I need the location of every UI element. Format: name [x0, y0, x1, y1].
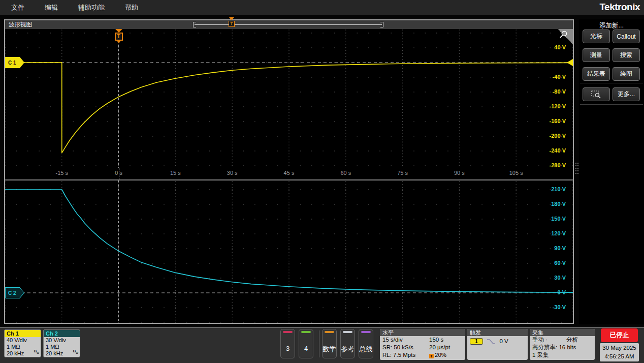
minimap-right-bracket — [380, 22, 383, 27]
plot-button[interactable]: 绘图 — [613, 67, 640, 81]
menu-item-help[interactable]: 帮助 — [125, 3, 138, 12]
trigger-top-arrow-icon — [115, 29, 122, 33]
horizontal-panel[interactable]: 水平 15 s/div150 sSR: 50 kS/s20 µs/ptRL: 7… — [380, 329, 465, 360]
waveform-view-titlebar: 波形视图 T — [5, 20, 573, 29]
sidebar-divider — [580, 104, 643, 105]
ch2-waveform-plot — [5, 180, 573, 323]
ch2-badge-body: 30 V/div 1 MΩ 20 kHz Bw — [44, 337, 80, 357]
run-stop-button[interactable]: 已停止 — [601, 328, 638, 342]
splitter-dot — [577, 170, 578, 171]
horizontal-value-right: 150 s — [429, 336, 443, 344]
acquisition-count: 1 采集 — [530, 351, 595, 359]
y-axis-label: 60 V — [554, 260, 566, 266]
results-table-button[interactable]: 结果表 — [583, 67, 610, 81]
add-new-sidebar: 添加新... 光标Callout测量搜索结果表绘图 更多... — [579, 19, 644, 324]
button-label: 参考 — [341, 345, 355, 354]
time-axis-label: 30 s — [227, 170, 238, 176]
y-axis-label: -200 V — [550, 133, 566, 139]
sidebar-title: 添加新... — [579, 21, 644, 30]
measure-button[interactable]: 测量 — [583, 48, 610, 62]
y-axis-label: -120 V — [550, 103, 566, 109]
acquisition-panel-title: 采集 — [530, 329, 595, 336]
splitter-dot — [577, 173, 578, 174]
horizontal-value-right: T20% — [429, 351, 446, 359]
more-button[interactable]: 更多... — [613, 87, 640, 101]
falling-edge-icon — [487, 339, 496, 345]
trigger-panel-title: 触发 — [467, 329, 528, 336]
button-group-separator — [319, 330, 319, 357]
bandwidth-limit-icon: Bw — [34, 348, 39, 356]
time-text: 4:56:25 AM — [600, 352, 639, 361]
acquisition-mode: 手动 · — [532, 337, 548, 343]
sidebar-divider — [580, 83, 643, 83]
c1-badge-label: C 1 — [8, 60, 16, 66]
reference-button[interactable]: 参考 — [340, 329, 355, 358]
trigger-line-segment — [119, 168, 119, 179]
channel-3-button[interactable]: 3 — [280, 329, 295, 358]
y-axis-label: 40 V — [554, 44, 566, 50]
trigger-t-icon: T — [229, 21, 235, 27]
trigger-panel[interactable]: 触发 1 0 V — [467, 329, 528, 360]
time-axis-label: 45 s — [284, 170, 295, 176]
tektronix-logo: Tektronix — [599, 2, 640, 13]
horizontal-position-minimap[interactable]: T — [193, 22, 383, 27]
menu-item-file[interactable]: 文件 — [11, 3, 24, 12]
y-axis-label: -30 V — [553, 304, 566, 310]
time-axis-strip: -15 s0 s15 s30 s45 s60 s75 s90 s105 s — [5, 168, 573, 180]
cursor-button[interactable]: 光标 — [583, 29, 610, 43]
y-axis-label: -160 V — [550, 118, 566, 124]
menu-item-utility[interactable]: 辅助功能 — [78, 3, 105, 12]
y-axis-label: 180 V — [551, 201, 566, 207]
search-button[interactable]: 搜索 — [613, 48, 640, 62]
minimap-record-line — [195, 24, 382, 25]
splitter-dot — [575, 173, 576, 174]
button-label: 总线 — [359, 345, 373, 354]
zoom-corner-button[interactable] — [558, 29, 573, 44]
oscilloscope-screen: 文件 编辑 辅助功能 帮助 Tektronix 波形视图 T 40 V-40 V… — [0, 0, 644, 363]
minimap-trigger-marker[interactable]: T — [229, 17, 235, 28]
callout-button[interactable]: Callout — [613, 29, 640, 43]
zoom-select-button[interactable] — [583, 87, 610, 101]
channel-4-button[interactable]: 4 — [299, 329, 313, 358]
zoom-select-icon — [591, 90, 602, 99]
y-axis-label: -40 V — [553, 74, 566, 80]
y-axis-label: 210 V — [551, 186, 566, 192]
button-label: 4 — [299, 345, 313, 352]
acquisition-panel[interactable]: 采集 手动 · 分析 高分辨率: 16 bits 1 采集 — [530, 329, 595, 360]
y-axis-label: 150 V — [551, 216, 566, 222]
trigger-level-arrow-icon[interactable] — [567, 59, 573, 66]
channel-color-strip — [361, 331, 371, 333]
button-label: 数学 — [323, 345, 336, 354]
math-button[interactable]: 数学 — [322, 329, 337, 358]
waveform-view-window: 波形视图 T 40 V-40 V-80 V-120 V-160 V-200 V-… — [4, 19, 574, 324]
y-axis-label: 120 V — [551, 230, 566, 236]
channel-color-strip — [343, 331, 352, 333]
ch2-badge-header: Ch 2 — [44, 330, 80, 337]
acquisition-resolution: 高分辨率: 16 bits — [530, 344, 595, 351]
channel-badge-c2[interactable]: C 2 — [5, 287, 24, 298]
time-axis-label: 60 s — [340, 170, 351, 176]
acquisition-analyze: 分析 — [566, 336, 578, 344]
y-axis-label: -280 V — [550, 162, 566, 168]
graticule-channel2[interactable]: 210 V180 V150 V120 V90 V60 V30 V0 V-30 V… — [5, 180, 573, 323]
y-axis-label: -240 V — [550, 147, 566, 154]
channel-color-strip — [283, 331, 293, 333]
ch2-settings-badge[interactable]: Ch 2 30 V/div 1 MΩ 20 kHz Bw — [43, 329, 80, 357]
splitter-dot — [577, 168, 578, 169]
button-label: 3 — [281, 345, 295, 352]
menu-bar: 文件 编辑 辅助功能 帮助 Tektronix — [0, 0, 644, 15]
waveform-view-title: 波形视图 — [9, 21, 32, 27]
horizontal-value-left: SR: 50 kS/s — [382, 344, 413, 350]
splitter-dot — [575, 163, 576, 164]
channel-badge-c1[interactable]: C 1 — [5, 57, 24, 68]
y-axis-label: 90 V — [554, 245, 566, 251]
horizontal-row: 15 s/div150 s — [380, 336, 465, 344]
trigger-flag-tail-icon — [117, 41, 121, 43]
bus-button[interactable]: 总线 — [359, 329, 373, 358]
channel-color-strip — [301, 331, 311, 333]
bottom-settings-bar: Ch 1 40 V/div 1 MΩ 20 kHz Bw Ch 2 30 V/d… — [0, 327, 644, 363]
graticule-channel1[interactable]: 40 V-40 V-80 V-120 V-160 V-200 V-240 V-2… — [5, 29, 573, 168]
ch1-settings-badge[interactable]: Ch 1 40 V/div 1 MΩ 20 kHz Bw — [4, 329, 41, 357]
splitter-dot — [575, 168, 576, 169]
menu-item-edit[interactable]: 编辑 — [45, 3, 58, 12]
